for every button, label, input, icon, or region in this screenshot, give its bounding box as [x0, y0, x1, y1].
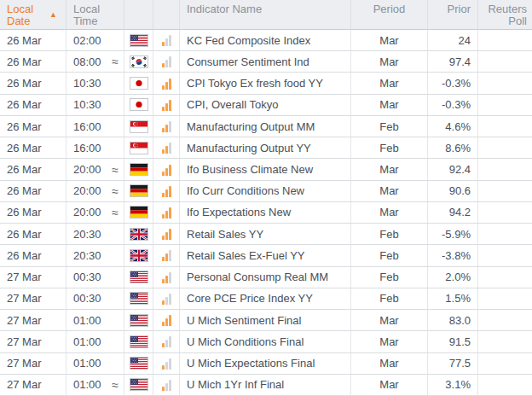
table-row[interactable]: 27 Mar00:30 Core PCE Price Index YYFeb1.… [0, 288, 532, 310]
prior-value: 90.6 [449, 184, 471, 197]
local-time-value: 20:00 [73, 184, 101, 197]
reuters-poll-cell [478, 30, 532, 50]
local-date-cell: 27 Mar [0, 288, 66, 309]
prior-cell: -5.9% [428, 224, 478, 244]
indicator-name-cell: Consumer Sentiment Ind [180, 51, 351, 72]
table-row[interactable]: 26 Mar20:00≈ Ifo Expectations NewMar94.2 [0, 202, 532, 224]
column-header-label: Reuters Poll [488, 3, 527, 27]
local-time-cell: 20:00≈ [66, 181, 124, 201]
prior-cell: 77.5 [428, 353, 478, 374]
japan-flag-icon [130, 77, 148, 90]
importance-cell [153, 353, 180, 374]
column-header-period[interactable]: Period [351, 0, 428, 29]
table-row[interactable]: 26 Mar20:30 Retail Sales YYFeb-5.9% [0, 224, 532, 245]
column-header-country-flag[interactable] [124, 0, 153, 29]
period-cell: Mar [351, 353, 428, 374]
indicator-name-value: Ifo Expectations New [187, 206, 291, 218]
reuters-poll-cell [478, 375, 532, 395]
local-date-cell: 27 Mar [0, 331, 66, 352]
germany-flag-icon [130, 206, 148, 218]
importance-cell [153, 202, 180, 223]
local-date-cell: 26 Mar [0, 95, 66, 115]
table-row[interactable]: 27 Mar01:00 U Mich Expectations FinalMar… [0, 353, 532, 375]
table-row[interactable]: 26 Mar10:30 CPI, Overall TokyoMar-0.3% [0, 95, 532, 116]
prior-value: 24 [459, 34, 471, 47]
reuters-poll-cell [478, 116, 532, 137]
importance-cell [153, 137, 180, 158]
period-value: Feb [379, 249, 398, 262]
column-header-local-time[interactable]: Local Time [66, 0, 124, 29]
importance-cell [153, 116, 180, 137]
table-row[interactable]: 26 Mar02:00 KC Fed Composite IndexMar24 [0, 30, 532, 51]
reuters-poll-cell [478, 331, 532, 352]
local-date-value: 26 Mar [7, 77, 41, 90]
prior-cell: 94.2 [428, 202, 478, 223]
column-header-indicator-name[interactable]: Indicator Name [180, 0, 351, 29]
united-states-flag-icon [130, 292, 148, 305]
table-row[interactable]: 26 Mar20:00≈ Ifo Curr Conditions NewMar9… [0, 181, 532, 202]
indicator-name-value: Retail Sales Ex-Fuel YY [187, 249, 305, 262]
column-header-local-date[interactable]: Local Date ▲ [0, 0, 66, 29]
bar-chart-importance-icon [162, 293, 171, 305]
country-flag-cell [124, 73, 153, 93]
prior-cell: -3.8% [428, 245, 478, 265]
table-row[interactable]: 26 Mar10:30 CPI Tokyo Ex fresh food YYMa… [0, 73, 532, 94]
bar-chart-importance-icon [162, 335, 171, 347]
table-row[interactable]: 26 Mar16:00 Manufacturing Output MMFeb4.… [0, 116, 532, 137]
indicator-name-value: U Mich Expectations Final [187, 357, 315, 370]
local-time-cell: 01:00≈ [66, 375, 124, 395]
united-states-flag-icon [130, 335, 148, 348]
indicator-name-value: U Mich Sentiment Final [187, 314, 301, 327]
local-date-value: 26 Mar [7, 120, 41, 133]
table-row[interactable]: 26 Mar20:00≈ Ifo Business Climate NewMar… [0, 159, 532, 180]
prior-cell: 97.4 [428, 51, 478, 72]
bar-chart-importance-icon [162, 379, 171, 391]
prior-value: -0.3% [442, 98, 471, 111]
germany-flag-icon [130, 163, 148, 176]
country-flag-cell [124, 353, 153, 374]
bar-chart-importance-icon [162, 358, 171, 370]
united-states-flag-icon [130, 314, 148, 327]
column-header-reuters-poll[interactable]: Reuters Poll [478, 0, 532, 29]
table-row[interactable]: 26 Mar08:00≈ Consumer Sentiment IndMar97… [0, 51, 532, 73]
period-value: Mar [379, 163, 398, 176]
period-cell: Mar [351, 73, 428, 93]
period-value: Mar [379, 314, 398, 327]
prior-value: 4.6% [445, 120, 471, 133]
table-row[interactable]: 27 Mar01:00 U Mich Conditions FinalMar91… [0, 331, 532, 352]
prior-value: 2.0% [445, 271, 471, 283]
period-value: Mar [379, 378, 398, 391]
period-value: Mar [379, 335, 398, 348]
column-header-prior[interactable]: Prior [428, 0, 478, 29]
germany-flag-icon [130, 184, 148, 197]
period-cell: Feb [351, 224, 428, 244]
prior-cell: 92.4 [428, 159, 478, 179]
bar-chart-importance-icon [162, 34, 171, 46]
table-row[interactable]: 26 Mar16:00 Manufacturing Output YYFeb8.… [0, 137, 532, 159]
column-header-importance[interactable] [153, 0, 180, 29]
period-cell: Mar [351, 159, 428, 179]
importance-cell [153, 95, 180, 115]
prior-value: 77.5 [449, 357, 471, 370]
indicator-name-cell: Core PCE Price Index YY [180, 288, 351, 309]
indicator-name-cell: Retail Sales YY [180, 224, 351, 244]
local-date-value: 27 Mar [7, 314, 41, 327]
local-date-value: 27 Mar [7, 357, 41, 370]
local-time-value: 10:30 [73, 77, 101, 90]
local-date-value: 27 Mar [7, 335, 41, 348]
country-flag-cell [124, 331, 153, 352]
importance-cell [153, 30, 180, 50]
importance-cell [153, 73, 180, 93]
sort-ascending-icon[interactable]: ▲ [49, 11, 57, 19]
table-row[interactable]: 26 Mar20:30 Retail Sales Ex-Fuel YYFeb-3… [0, 245, 532, 266]
table-row[interactable]: 27 Mar01:00 U Mich Sentiment FinalMar83.… [0, 310, 532, 331]
prior-cell: 91.5 [428, 331, 478, 352]
importance-cell [153, 159, 180, 179]
indicator-name-cell: CPI Tokyo Ex fresh food YY [180, 73, 351, 93]
local-time-value: 20:30 [73, 228, 101, 241]
indicator-name-cell: Ifo Business Climate New [180, 159, 351, 179]
indicator-name-cell: Ifo Expectations New [180, 202, 351, 223]
table-row[interactable]: 27 Mar01:00≈ U Mich 1Yr Inf FinalMar3.1% [0, 375, 532, 396]
local-time-cell: 00:30 [66, 288, 124, 309]
table-row[interactable]: 27 Mar00:30 Personal Consump Real MMFeb2… [0, 267, 532, 288]
